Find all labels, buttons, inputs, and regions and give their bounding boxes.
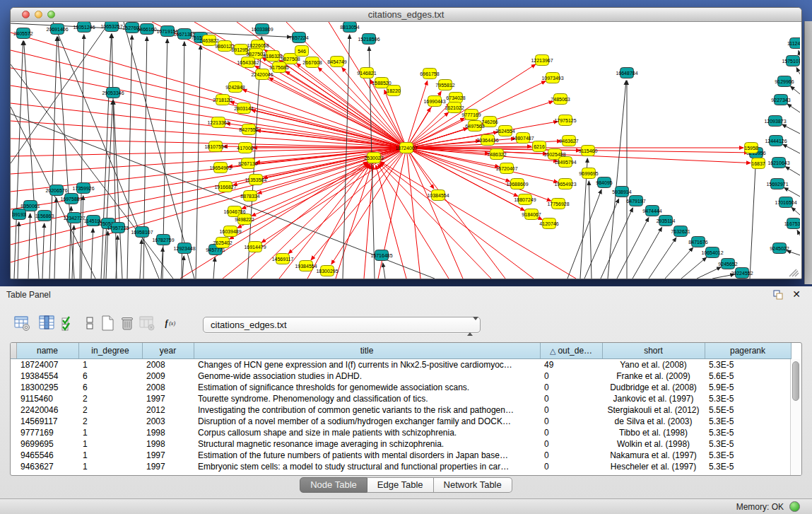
graph-node[interactable]: 7632621	[671, 226, 690, 237]
citation-edge[interactable]	[11, 22, 110, 163]
citation-edge[interactable]	[783, 144, 800, 153]
table-cell[interactable]: 5.3E-5	[705, 359, 791, 371]
citation-edge-red[interactable]	[242, 90, 406, 148]
delete-button[interactable]	[118, 315, 136, 333]
citation-edge-red[interactable]	[379, 163, 491, 279]
graph-node[interactable]: 9227343	[771, 95, 790, 105]
table-cell[interactable]: 5.3E-5	[705, 416, 791, 427]
graph-node[interactable]: 6479197	[626, 196, 645, 206]
graph-node[interactable]: 9115460	[579, 146, 598, 156]
graph-node[interactable]: 10807487	[512, 133, 534, 144]
table-row[interactable]: 946554611997Estimation of the future num…	[11, 450, 791, 461]
graph-node[interactable]: 12923448	[173, 243, 195, 254]
citation-edge[interactable]	[127, 35, 132, 279]
citation-edge[interactable]	[792, 207, 800, 215]
graph-node[interactable]: 6734028	[446, 93, 465, 103]
graph-node[interactable]: 5938914	[612, 187, 631, 197]
graph-node[interactable]: 3624554	[495, 126, 514, 136]
citation-edge[interactable]	[697, 267, 721, 279]
citation-edge-red[interactable]	[406, 148, 505, 279]
graph-node[interactable]: 15218596	[358, 34, 379, 45]
table-cell[interactable]: 5.3E-5	[705, 450, 791, 461]
table-cell[interactable]: 1	[78, 461, 142, 472]
table-settings-button[interactable]	[13, 315, 31, 333]
table-cell[interactable]: 0	[540, 404, 602, 416]
table-cell[interactable]: Tourette syndrome. Phenomenology and cla…	[194, 393, 540, 404]
graph-node[interactable]: 8267130	[238, 158, 257, 169]
graph-node[interactable]: 2405572	[13, 28, 33, 39]
table-cell[interactable]: 0	[540, 438, 602, 450]
table-cell[interactable]: 6	[78, 382, 142, 393]
graph-node[interactable]: 18300295	[316, 266, 338, 276]
citation-edge[interactable]	[791, 86, 800, 94]
col-header-out-degree[interactable]: △out_de…	[540, 343, 602, 359]
citation-edge-red[interactable]	[364, 165, 373, 279]
graph-node[interactable]: 7485063	[551, 94, 570, 105]
graph-node[interactable]: 8878334	[240, 191, 259, 201]
col-header-pagerank[interactable]: pagerank	[705, 343, 791, 359]
graph-node[interactable]: 17016504	[775, 197, 796, 208]
table-cell[interactable]: 1997	[142, 450, 194, 461]
graph-node[interactable]: 2803144	[234, 103, 253, 114]
graph-node[interactable]: 9777169	[461, 110, 481, 120]
graph-node[interactable]: 7857224	[289, 33, 308, 43]
graph-node[interactable]: 15958	[744, 143, 758, 153]
graph-node[interactable]: 984095	[596, 177, 612, 188]
citation-edge-red[interactable]	[307, 165, 370, 279]
graph-node[interactable]: 1167531	[784, 218, 800, 229]
citation-edge-red[interactable]	[380, 163, 534, 279]
table-cell[interactable]: 9115460	[16, 393, 78, 404]
graph-node[interactable]: 18220	[387, 86, 401, 96]
table-row[interactable]: 969969511998Structural magnetic resonanc…	[11, 438, 791, 450]
citation-edge[interactable]	[589, 181, 592, 279]
table-cell[interactable]: Changes of HCN gene expression and I(f) …	[194, 359, 540, 371]
table-row[interactable]: 1938455462009Genome-wide association stu…	[11, 370, 791, 382]
table-cell[interactable]: 2012	[142, 404, 194, 416]
table-cell[interactable]: 1998	[142, 438, 194, 450]
graph-node[interactable]: 18107554	[204, 141, 226, 152]
table-cell[interactable]: 9777169	[16, 427, 78, 438]
graph-node[interactable]: 39193	[12, 209, 26, 220]
new-document-button[interactable]	[98, 315, 117, 333]
graph-node[interactable]: 1156863	[35, 211, 54, 221]
graph-node[interactable]: 10688609	[506, 179, 528, 189]
col-header-short[interactable]: short	[602, 343, 705, 359]
col-header-title[interactable]: title	[194, 343, 540, 359]
table-cell[interactable]: Dudbridge et al. (2008)	[602, 382, 705, 393]
table-cell[interactable]: 1997	[142, 393, 194, 404]
graph-node[interactable]: 19384554	[295, 261, 317, 271]
graph-node[interactable]: 8813054	[340, 22, 359, 33]
graph-node[interactable]: 3175685	[269, 62, 288, 73]
graph-node[interactable]: 15692971	[766, 179, 788, 189]
graph-node[interactable]: 9699695	[579, 168, 598, 179]
table-cell[interactable]: 2	[78, 416, 142, 427]
graph-node[interactable]: 2667608	[302, 57, 322, 68]
memory-ok-indicator[interactable]	[789, 501, 800, 512]
table-cell[interactable]: 6	[78, 370, 142, 382]
citation-edge[interactable]	[54, 198, 57, 279]
table-cell[interactable]: 49	[540, 359, 602, 371]
citation-edge[interactable]	[797, 230, 800, 235]
graph-node[interactable]: 6497568	[465, 121, 484, 132]
graph-node[interactable]: 8471676	[688, 237, 707, 247]
graph-node[interactable]: 7625402	[213, 238, 232, 248]
citation-edge[interactable]	[140, 240, 142, 279]
tab-edge-table[interactable]: Edge Table	[367, 477, 434, 493]
graph-node[interactable]: 2530023	[364, 153, 383, 163]
citation-edge[interactable]	[182, 256, 184, 279]
graph-node[interactable]: 1112473	[787, 38, 800, 49]
graph-node[interactable]: 12342727	[63, 213, 85, 223]
graph-node[interactable]: 9245022	[770, 243, 789, 254]
table-cell[interactable]: Stergiakouli et al. (2012)	[602, 404, 705, 416]
graph-node[interactable]: 16648784	[616, 68, 637, 78]
citation-edge-red[interactable]	[406, 148, 463, 279]
table-row[interactable]: 911546021997Tourette syndrome. Phenomeno…	[11, 393, 791, 404]
table-row[interactable]: 977716911998Corpus callosum shape and si…	[11, 427, 791, 438]
graph-node[interactable]: 9463627	[559, 136, 578, 146]
graph-node[interactable]: 1621022	[445, 103, 464, 113]
table-cell[interactable]: 0	[540, 382, 602, 393]
graph-node[interactable]: 2718120	[213, 95, 232, 105]
graph-node[interactable]: 9129966	[775, 76, 794, 87]
table-cell[interactable]: 2008	[142, 382, 194, 393]
graph-node[interactable]: 7486322	[487, 149, 506, 160]
